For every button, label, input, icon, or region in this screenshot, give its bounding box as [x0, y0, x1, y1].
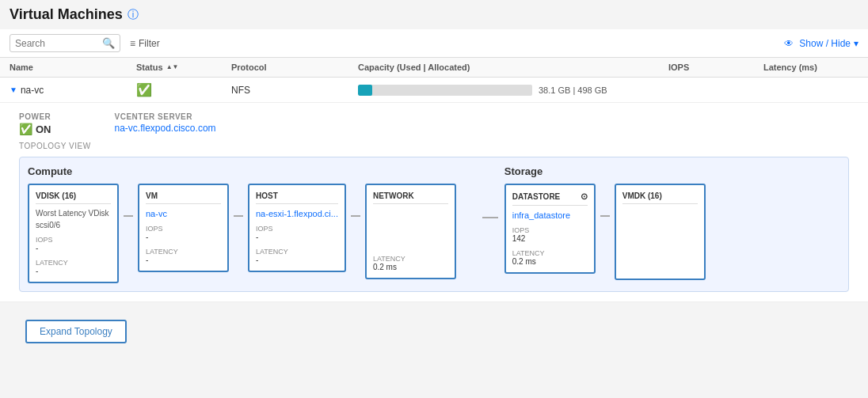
- compute-cards: VDISK (16) Worst Latency VDisk scsi0/6 I…: [28, 184, 476, 283]
- storage-title: Storage: [504, 165, 840, 177]
- expand-topology-button[interactable]: Expand Topology: [25, 320, 127, 343]
- datastore-latency: LATENCY 0.2 ms: [512, 249, 588, 266]
- row-protocol-value: NFS: [231, 85, 250, 96]
- power-value: ✅ ON: [19, 123, 51, 135]
- row-status-cell: ✅: [136, 82, 231, 97]
- vdisk-iops: IOPS -: [36, 236, 111, 252]
- col-protocol: Protocol: [231, 63, 358, 72]
- col-name: Name: [10, 63, 136, 72]
- host-latency-label: LATENCY: [256, 248, 338, 256]
- vmdk-card: VMDK (16): [615, 184, 706, 280]
- power-label: POWER: [19, 112, 51, 121]
- vdisk-subtitle: Worst Latency VDisk: [36, 209, 111, 218]
- connector-line-4: [600, 215, 610, 217]
- section-connector: [482, 165, 498, 218]
- host-iops-label: IOPS: [256, 225, 338, 233]
- detail-power-section: POWER ✅ ON: [19, 112, 51, 135]
- storage-cards: DATASTORE ⊙ infra_datastore IOPS 142 LAT…: [504, 184, 840, 280]
- search-input[interactable]: [15, 38, 102, 49]
- chevron-down-icon: ▾: [854, 38, 858, 49]
- vm-latency-label: LATENCY: [146, 248, 221, 256]
- compute-section: Compute VDISK (16) Worst Latency VDisk s…: [28, 165, 476, 283]
- capacity-text: 38.1 GB | 498 GB: [539, 85, 607, 95]
- col-status[interactable]: Status ▲▼: [136, 63, 231, 72]
- detail-panel: POWER ✅ ON VCENTER SERVER na-vc.flexpod.…: [0, 103, 868, 302]
- row-protocol-cell: NFS: [231, 85, 358, 96]
- vdisk-iops-label: IOPS: [36, 236, 111, 244]
- capacity-bar-container: [358, 85, 532, 96]
- datastore-card-title: DATASTORE ⊙: [512, 191, 588, 206]
- toolbar-left: 🔍 ≡ Filter: [10, 34, 160, 52]
- datastore-iops: IOPS 142: [512, 226, 588, 243]
- show-hide-button[interactable]: 👁 Show / Hide ▾: [784, 38, 858, 49]
- vm-iops-label: IOPS: [146, 225, 221, 233]
- row-name-cell: ▼ na-vc: [10, 85, 136, 96]
- vm-value: na-vc: [146, 209, 221, 218]
- datastore-icon: ⊙: [581, 191, 588, 202]
- vdisk-card-title: VDISK (16): [36, 191, 111, 204]
- datastore-value: infra_datastore: [512, 210, 588, 220]
- status-ok-icon: ✅: [136, 83, 152, 97]
- topology-view-label: TOPOLOGY VIEW: [19, 142, 849, 150]
- connector-line-1: [124, 215, 133, 217]
- connector-3: [351, 184, 360, 217]
- datastore-iops-label: IOPS: [512, 226, 588, 234]
- show-hide-label: Show / Hide: [799, 38, 851, 49]
- host-latency: LATENCY -: [256, 248, 338, 264]
- vcenter-value: na-vc.flexpod.cisco.com: [115, 123, 216, 134]
- table-header: Name Status ▲▼ Protocol Capacity (Used |…: [0, 58, 868, 78]
- vm-iops: IOPS -: [146, 225, 221, 241]
- col-capacity: Capacity (Used | Allocated): [358, 63, 668, 72]
- vm-iops-value: -: [146, 233, 221, 241]
- row-capacity-cell: 38.1 GB | 498 GB: [358, 85, 668, 96]
- detail-row-top: POWER ✅ ON VCENTER SERVER na-vc.flexpod.…: [19, 112, 849, 135]
- host-iops: IOPS -: [256, 225, 338, 241]
- vcenter-link[interactable]: na-vc.flexpod.cisco.com: [115, 123, 216, 134]
- page-header: Virtual Machines ⓘ: [0, 0, 868, 29]
- host-iops-value: -: [256, 233, 338, 241]
- network-card-spacer: [373, 209, 448, 248]
- vcenter-label: VCENTER SERVER: [115, 112, 216, 121]
- connector-2: [234, 184, 243, 217]
- host-card: HOST na-esxi-1.flexpod.ci... IOPS - LATE…: [248, 184, 346, 272]
- datastore-card: DATASTORE ⊙ infra_datastore IOPS 142 LAT…: [504, 184, 596, 274]
- power-on-text: ON: [36, 123, 51, 135]
- table-row: ▼ na-vc ✅ NFS 38.1 GB | 498 GB: [0, 78, 868, 103]
- filter-icon: ≡: [130, 38, 135, 49]
- connector-line-3: [351, 215, 360, 217]
- datastore-latency-value: 0.2 ms: [512, 257, 588, 266]
- vdisk-latency: LATENCY -: [36, 259, 111, 275]
- vm-latency: LATENCY -: [146, 248, 221, 264]
- expand-row-icon[interactable]: ▼: [10, 85, 17, 94]
- network-latency: LATENCY 0.2 ms: [373, 255, 448, 271]
- network-latency-label: LATENCY: [373, 255, 448, 263]
- filter-label: Filter: [139, 38, 160, 49]
- capacity-bar-fill: [358, 85, 372, 96]
- connector-line-2: [234, 215, 243, 217]
- vdisk-card: VDISK (16) Worst Latency VDisk scsi0/6 I…: [28, 184, 119, 283]
- page-title: Virtual Machines: [10, 6, 123, 23]
- vdisk-iops-value: -: [36, 244, 111, 252]
- connector-1: [124, 184, 133, 217]
- host-value: na-esxi-1.flexpod.ci...: [256, 209, 338, 218]
- capacity-bar-wrap: 38.1 GB | 498 GB: [358, 85, 668, 96]
- network-latency-value: 0.2 ms: [373, 263, 448, 271]
- col-iops: IOPS: [668, 63, 763, 72]
- datastore-iops-value: 142: [512, 234, 588, 243]
- col-latency: Latency (ms): [763, 63, 858, 72]
- info-icon[interactable]: ⓘ: [128, 8, 139, 22]
- status-sort-icon: ▲▼: [166, 64, 179, 70]
- vdisk-latency-value: -: [36, 267, 111, 275]
- topology-view: Compute VDISK (16) Worst Latency VDisk s…: [19, 157, 849, 292]
- vm-latency-value: -: [146, 256, 221, 264]
- search-icon: 🔍: [102, 37, 115, 49]
- datastore-latency-label: LATENCY: [512, 249, 588, 257]
- vdisk-latency-label: LATENCY: [36, 259, 111, 267]
- detail-vcenter-section: VCENTER SERVER na-vc.flexpod.cisco.com: [115, 112, 216, 135]
- compute-title: Compute: [28, 165, 476, 177]
- filter-button[interactable]: ≡ Filter: [130, 38, 160, 49]
- search-box[interactable]: 🔍: [10, 34, 120, 52]
- host-card-title: HOST: [256, 191, 338, 204]
- vdisk-subtitle2: scsi0/6: [36, 221, 111, 229]
- host-latency-value: -: [256, 256, 338, 264]
